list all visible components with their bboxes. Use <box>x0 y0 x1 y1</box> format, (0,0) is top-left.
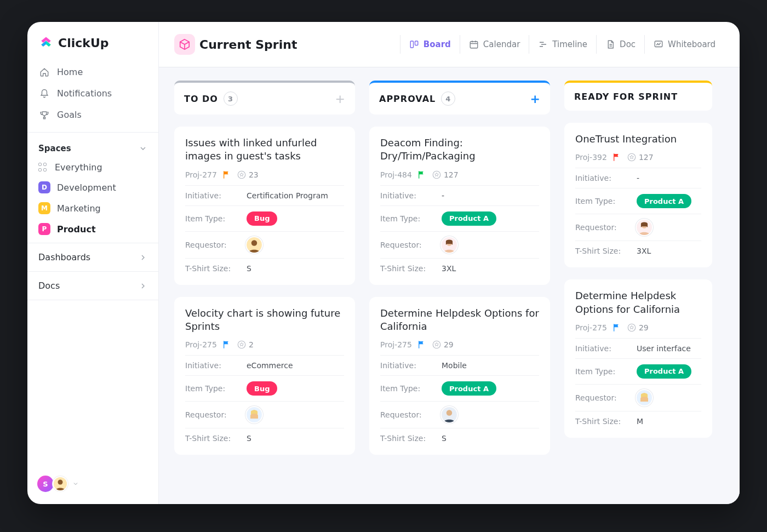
priority-flag-icon <box>613 323 621 332</box>
add-card-button[interactable]: + <box>335 92 345 106</box>
caret-down-icon[interactable] <box>72 480 79 487</box>
view-tabs: Board Calendar Timeline Doc Whiteboard <box>400 35 724 54</box>
item-type-chip: Product A <box>637 364 691 379</box>
field-value-tshirt: S <box>247 264 251 273</box>
task-title: Issues with linked unfurled images in gu… <box>185 136 344 163</box>
star-icon <box>432 340 442 350</box>
svg-rect-4 <box>470 42 478 48</box>
field-label-requestor: Requestor: <box>185 410 247 419</box>
view-doc[interactable]: Doc <box>596 35 644 54</box>
svg-point-7 <box>251 240 257 246</box>
spaces-section: Spaces Everything D Development M Market… <box>27 132 158 243</box>
doc-icon <box>605 39 615 49</box>
board-icon <box>409 39 419 49</box>
star-icon <box>627 152 637 162</box>
view-whiteboard[interactable]: Whiteboard <box>644 35 724 54</box>
column-approval: APPROVAL 4 + Deacom Finding: Dry/Trim/Pa… <box>369 81 550 455</box>
column-header-todo[interactable]: TO DO 3 + <box>174 81 355 115</box>
space-badge-p: P <box>38 223 50 235</box>
task-card[interactable]: Determine Helpdesk Options for Californi… <box>369 297 550 455</box>
field-label-requestor: Requestor: <box>575 393 637 402</box>
item-type-chip: Product A <box>442 381 496 396</box>
column-title: READY FOR SPRINT <box>574 91 678 102</box>
field-label-tshirt: T-Shirt Size: <box>380 434 442 443</box>
nav-goals[interactable]: Goals <box>32 104 154 125</box>
space-development[interactable]: D Development <box>38 177 147 198</box>
priority-flag-icon <box>613 153 621 162</box>
column-ready: READY FOR SPRINT OneTrust Integration Pr… <box>564 81 712 455</box>
field-label-item-type: Item Type: <box>185 214 247 223</box>
trophy-icon <box>39 110 49 120</box>
workspace-avatar[interactable]: S <box>37 476 54 492</box>
task-points: 23 <box>237 170 259 180</box>
view-timeline[interactable]: Timeline <box>529 35 596 54</box>
requestor-avatar <box>442 407 457 422</box>
add-card-button[interactable]: + <box>530 92 540 106</box>
column-title: APPROVAL <box>379 94 436 104</box>
priority-flag-icon <box>417 340 426 349</box>
task-card[interactable]: Deacom Finding: Dry/Trim/Packaging Proj-… <box>369 127 550 285</box>
space-marketing[interactable]: M Marketing <box>38 198 147 219</box>
field-value-tshirt: M <box>637 417 643 426</box>
board-area: TO DO 3 + Issues with linked unfurled im… <box>159 67 740 504</box>
nav-goals-label: Goals <box>57 110 82 120</box>
sidebar-footer: S <box>27 468 158 504</box>
field-label-item-type: Item Type: <box>575 367 637 376</box>
field-value-initiative: - <box>442 191 444 200</box>
space-everything[interactable]: Everything <box>38 158 147 177</box>
column-count: 3 <box>224 91 238 106</box>
task-points: 29 <box>627 323 649 333</box>
everything-icon <box>38 163 48 173</box>
task-project-id: Proj-275 <box>575 323 607 332</box>
priority-flag-icon <box>222 170 231 179</box>
calendar-icon <box>469 39 479 49</box>
nav-home[interactable]: Home <box>32 61 154 83</box>
field-label-requestor: Requestor: <box>575 223 637 232</box>
sidebar: ClickUp Home Notifications Goals Spaces <box>27 22 159 504</box>
priority-flag-icon <box>222 340 231 349</box>
view-timeline-label: Timeline <box>552 39 587 49</box>
item-type-chip: Bug <box>247 211 277 226</box>
column-title: TO DO <box>184 94 218 104</box>
star-icon <box>237 340 247 350</box>
column-header-ready[interactable]: READY FOR SPRINT <box>564 81 712 111</box>
task-points: 127 <box>627 152 654 162</box>
view-whiteboard-label: Whiteboard <box>668 39 716 49</box>
field-label-initiative: Initiative: <box>185 361 247 370</box>
field-label-tshirt: T-Shirt Size: <box>185 434 247 443</box>
view-calendar-label: Calendar <box>483 39 520 49</box>
view-board[interactable]: Board <box>400 35 460 54</box>
task-card[interactable]: Determine Helpdesk Options for Californi… <box>564 279 712 438</box>
star-icon <box>627 323 637 333</box>
nav-notifications[interactable]: Notifications <box>32 83 154 104</box>
sidebar-dashboards[interactable]: Dashboards <box>27 243 158 271</box>
brand-name: ClickUp <box>58 36 109 50</box>
task-title: Velocity chart is showing future Sprints <box>185 307 344 334</box>
user-avatar[interactable] <box>53 476 68 491</box>
requestor-avatar <box>442 237 457 253</box>
nav-home-label: Home <box>57 67 83 77</box>
task-title: OneTrust Integration <box>575 133 701 146</box>
bell-icon <box>39 89 49 99</box>
spaces-header[interactable]: Spaces <box>38 139 147 158</box>
field-label-initiative: Initiative: <box>185 191 247 200</box>
field-label-tshirt: T-Shirt Size: <box>575 247 637 255</box>
field-label-initiative: Initiative: <box>575 344 637 353</box>
field-label-item-type: Item Type: <box>380 384 442 393</box>
task-card[interactable]: Issues with linked unfurled images in gu… <box>174 127 355 285</box>
task-card[interactable]: Velocity chart is showing future Sprints… <box>174 297 355 455</box>
task-project-id: Proj-275 <box>380 340 412 349</box>
primary-nav: Home Notifications Goals <box>27 56 158 132</box>
brand-logo[interactable]: ClickUp <box>27 22 158 56</box>
field-value-initiative: User interface <box>637 344 691 353</box>
task-card[interactable]: OneTrust Integration Proj-392 127 Initia… <box>564 123 712 267</box>
column-header-approval[interactable]: APPROVAL 4 + <box>369 81 550 115</box>
task-title: Determine Helpdesk Options for Californi… <box>575 289 701 316</box>
column-todo: TO DO 3 + Issues with linked unfurled im… <box>174 81 355 455</box>
view-calendar[interactable]: Calendar <box>460 35 529 54</box>
whiteboard-icon <box>654 39 663 49</box>
requestor-avatar <box>637 220 652 235</box>
space-product[interactable]: P Product <box>38 219 147 239</box>
sidebar-docs[interactable]: Docs <box>27 271 158 300</box>
space-development-label: Development <box>57 182 116 193</box>
